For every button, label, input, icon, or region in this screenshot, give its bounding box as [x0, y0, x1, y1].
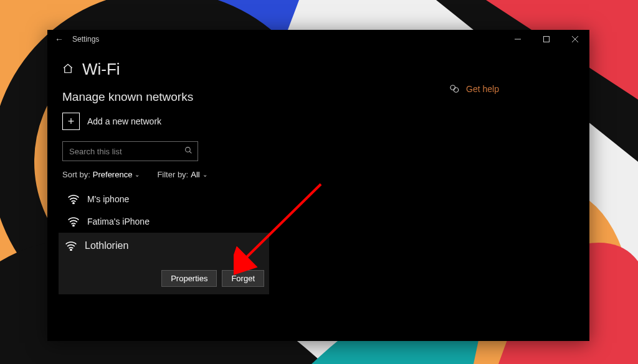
- help-icon: [449, 83, 460, 95]
- back-button[interactable]: ←: [55, 34, 64, 44]
- plus-icon: +: [62, 113, 80, 130]
- network-item[interactable]: M's iphone: [62, 188, 449, 210]
- sort-value: Preference: [93, 170, 133, 179]
- search-input-container[interactable]: [62, 141, 198, 161]
- chevron-down-icon: ⌄: [202, 171, 207, 178]
- filter-value: All: [191, 170, 199, 179]
- network-list: M's iphone Fatima's iPhone Lothlorien Pr…: [62, 188, 449, 294]
- titlebar: ← Settings: [47, 30, 589, 49]
- svg-point-9: [73, 225, 74, 226]
- minimize-button[interactable]: [503, 30, 532, 49]
- chevron-down-icon: ⌄: [135, 171, 140, 178]
- search-input[interactable]: [68, 146, 170, 157]
- svg-point-11: [450, 85, 455, 90]
- add-network-button[interactable]: + Add a new network: [62, 113, 449, 130]
- app-title: Settings: [72, 35, 99, 44]
- network-name: M's iphone: [87, 194, 129, 204]
- settings-window: ← Settings W: [47, 30, 589, 341]
- svg-point-8: [73, 203, 74, 204]
- network-name: Fatima's iPhone: [87, 217, 150, 226]
- home-icon[interactable]: [62, 63, 74, 77]
- window-controls: [503, 30, 589, 49]
- network-item-selected[interactable]: Lothlorien Properties Forget: [59, 233, 269, 294]
- sort-label: Sort by:: [62, 170, 90, 179]
- network-name: Lothlorien: [85, 240, 128, 251]
- page-title: Wi-Fi: [82, 60, 120, 79]
- svg-point-10: [70, 250, 72, 251]
- svg-line-7: [189, 151, 191, 153]
- filter-label: Filter by:: [157, 170, 188, 179]
- filter-by-dropdown[interactable]: Filter by: All ⌄: [157, 170, 207, 179]
- close-button[interactable]: [561, 30, 589, 49]
- get-help-link[interactable]: Get help: [449, 83, 574, 95]
- svg-rect-3: [544, 37, 550, 42]
- add-network-label: Add a new network: [87, 116, 161, 126]
- network-item[interactable]: Fatima's iPhone: [62, 210, 449, 233]
- help-label: Get help: [466, 84, 499, 94]
- maximize-button[interactable]: [532, 30, 561, 49]
- properties-button[interactable]: Properties: [161, 270, 217, 287]
- sort-by-dropdown[interactable]: Sort by: Preference ⌄: [62, 170, 140, 179]
- search-icon[interactable]: [184, 146, 193, 156]
- desktop: ← Settings W: [0, 0, 638, 364]
- wifi-icon: [67, 194, 80, 204]
- svg-point-6: [186, 147, 191, 152]
- forget-button[interactable]: Forget: [222, 270, 264, 287]
- svg-point-12: [454, 88, 459, 93]
- wifi-icon: [67, 217, 80, 226]
- wifi-icon: [65, 241, 77, 251]
- section-title: Manage known networks: [62, 90, 449, 104]
